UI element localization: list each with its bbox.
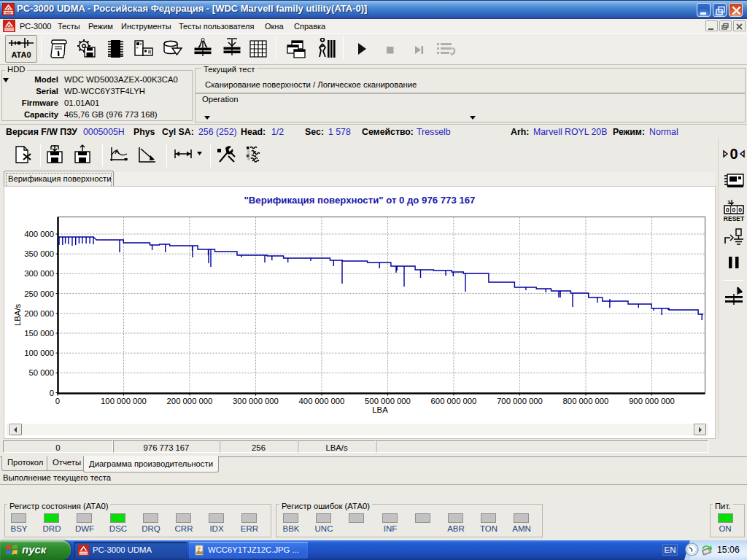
svg-text:400 000 000: 400 000 000 [299,397,345,405]
svg-text:"Верификация поверхности" от 0: "Верификация поверхности" от 0 до 976 77… [244,195,476,206]
svg-text:800 000 000: 800 000 000 [563,397,609,405]
svg-text:900 000 000: 900 000 000 [629,397,675,405]
svg-text:LBA/s: LBA/s [13,304,22,326]
svg-text:ACE: ACE [6,12,12,15]
svg-text:LBA: LBA [372,405,388,414]
svg-text:200 000 000: 200 000 000 [167,397,213,405]
svg-text:200 000: 200 000 [24,309,54,318]
svg-text:0: 0 [738,206,742,214]
svg-text:400 000: 400 000 [24,230,54,238]
svg-text:100 000: 100 000 [24,349,54,357]
svg-text:0: 0 [55,397,60,405]
svg-text:50 000: 50 000 [28,368,54,377]
svg-text:300 000 000: 300 000 000 [233,397,279,405]
svg-text:RESET: RESET [724,215,745,222]
svg-text:300 000: 300 000 [24,269,54,278]
svg-text:350 000: 350 000 [24,249,54,258]
svg-text:600 000 000: 600 000 000 [431,397,477,405]
svg-text:500 000 000: 500 000 000 [365,397,411,405]
svg-text:0: 0 [732,206,736,214]
svg-text:250 000: 250 000 [24,289,54,298]
svg-text:0: 0 [726,206,729,214]
svg-text:150 000: 150 000 [24,329,54,338]
svg-text:A: A [115,148,120,155]
svg-text:0: 0 [50,389,54,397]
svg-text:100 000 000: 100 000 000 [101,397,147,405]
svg-text:700 000 000: 700 000 000 [497,397,543,405]
svg-text:0: 0 [729,146,738,162]
